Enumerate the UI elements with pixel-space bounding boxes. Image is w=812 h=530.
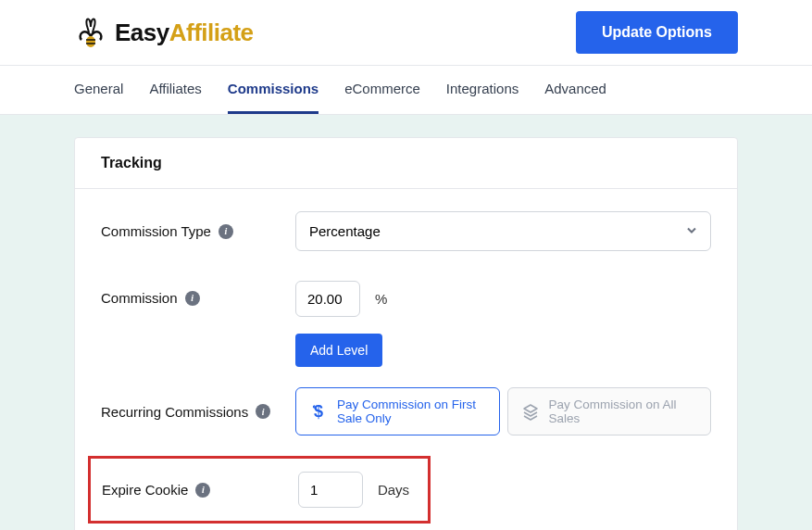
expire-cookie-unit: Days <box>378 482 409 498</box>
update-options-button[interactable]: Update Options <box>576 11 738 54</box>
recurring-toggle-group: $ Pay Commission on First Sale Only Pay … <box>295 387 711 435</box>
card-body: Commission Type i Percentage Commission … <box>75 189 737 530</box>
commission-label-wrap: Commission i <box>101 281 295 306</box>
logo-text-affiliate: Affiliate <box>169 19 254 46</box>
expire-cookie-highlight: Expire Cookie i Days <box>88 456 431 524</box>
commission-type-label: Commission Type <box>101 223 211 239</box>
tab-ecommerce[interactable]: eCommerce <box>344 66 420 114</box>
tabs: General Affiliates Commissions eCommerce… <box>0 66 812 115</box>
recurring-first-sale-label: Pay Commission on First Sale Only <box>337 398 486 425</box>
card-title: Tracking <box>75 138 737 189</box>
recurring-all-sales-button[interactable]: Pay Commission on All Sales <box>507 387 712 435</box>
info-icon[interactable]: i <box>185 291 200 306</box>
tab-commissions[interactable]: Commissions <box>228 66 319 114</box>
expire-cookie-input[interactable] <box>298 472 363 508</box>
tab-advanced[interactable]: Advanced <box>544 66 606 114</box>
logo: EasyAffiliate <box>74 12 254 53</box>
svg-text:$: $ <box>314 402 323 421</box>
layers-icon <box>521 402 540 421</box>
recurring-label-wrap: Recurring Commissions i <box>101 404 295 420</box>
tab-general[interactable]: General <box>74 66 123 114</box>
recurring-all-sales-label: Pay Commission on All Sales <box>549 398 698 425</box>
info-icon[interactable]: i <box>219 224 233 239</box>
tab-integrations[interactable]: Integrations <box>446 66 518 114</box>
row-commission: Commission i % Add Level <box>101 281 711 367</box>
logo-text: EasyAffiliate <box>115 19 254 47</box>
bee-icon <box>74 12 115 53</box>
recurring-first-sale-button[interactable]: $ Pay Commission on First Sale Only <box>295 387 500 435</box>
svg-point-0 <box>86 36 95 47</box>
header: EasyAffiliate Update Options <box>0 0 812 66</box>
expire-cookie-label: Expire Cookie <box>102 482 188 498</box>
commission-label: Commission <box>101 290 178 306</box>
dollar-icon: $ <box>309 402 328 421</box>
tab-affiliates[interactable]: Affiliates <box>149 66 201 114</box>
expire-cookie-control: Days <box>298 472 409 508</box>
logo-text-easy: Easy <box>115 19 169 46</box>
tracking-card: Tracking Commission Type i Percentage <box>74 137 738 530</box>
commission-value-input[interactable] <box>295 281 360 317</box>
row-recurring: Recurring Commissions i $ Pay Commission… <box>101 387 711 435</box>
commission-unit: % <box>375 291 387 307</box>
expire-cookie-label-wrap: Expire Cookie i <box>102 482 298 498</box>
commission-control: % Add Level <box>295 281 711 367</box>
info-icon[interactable]: i <box>256 404 270 419</box>
add-level-button[interactable]: Add Level <box>295 334 382 367</box>
commission-type-select-wrap: Percentage <box>295 211 711 251</box>
commission-type-select[interactable]: Percentage <box>295 211 711 251</box>
recurring-label: Recurring Commissions <box>101 404 248 420</box>
info-icon[interactable]: i <box>195 483 210 498</box>
row-commission-type: Commission Type i Percentage <box>101 211 711 251</box>
content: Tracking Commission Type i Percentage <box>0 115 812 530</box>
commission-type-label-wrap: Commission Type i <box>101 223 295 239</box>
